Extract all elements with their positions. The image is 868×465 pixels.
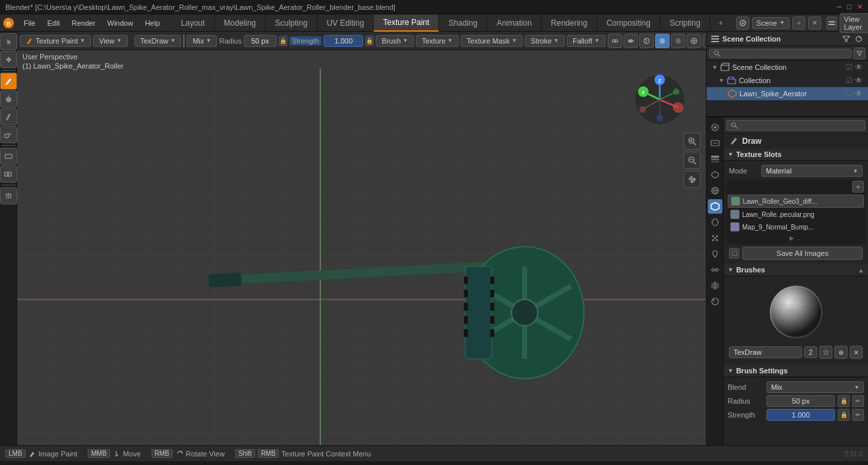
- scene-remove-btn[interactable]: ✕: [808, 16, 821, 30]
- strength-pen-btn[interactable]: ✏: [852, 409, 864, 421]
- mode-btn-1[interactable]: 🖱: [0, 33, 17, 50]
- mask-btn[interactable]: [0, 148, 17, 165]
- menu-edit[interactable]: Edit: [42, 18, 65, 28]
- radius-pen-btn[interactable]: ✏: [852, 395, 864, 407]
- outliner-filter-icon-btn[interactable]: [854, 47, 865, 59]
- outliner-filter-btn[interactable]: [841, 34, 852, 44]
- sample-btn[interactable]: [0, 108, 17, 125]
- scene-selector[interactable]: Scene ▼: [752, 17, 790, 29]
- viewport-shading-3[interactable]: [671, 34, 685, 48]
- viewport-icon-1[interactable]: [608, 34, 622, 48]
- fill-btn[interactable]: [0, 90, 17, 108]
- view-dropdown[interactable]: View ▼: [93, 35, 128, 47]
- props-render-icon[interactable]: [708, 120, 722, 135]
- strength-lock-btn[interactable]: 🔒: [365, 36, 374, 46]
- viewport-shading-1[interactable]: [639, 34, 654, 48]
- blend-dropdown[interactable]: Mix ▼: [767, 381, 864, 393]
- brushes-collapse-btn[interactable]: ▲: [858, 266, 864, 274]
- brush-settings-header[interactable]: ▼ Brush Settings: [724, 365, 868, 377]
- zoom-out-btn[interactable]: [683, 152, 701, 169]
- props-output-icon[interactable]: [708, 136, 722, 150]
- add-slot-btn[interactable]: ＋: [852, 181, 864, 193]
- viewport-icon-2[interactable]: [623, 34, 638, 48]
- render-icon[interactable]: [736, 16, 749, 30]
- navigation-gizmo[interactable]: Z Y: [633, 73, 686, 126]
- viewlayer-selector[interactable]: View Layer ▼: [840, 13, 868, 33]
- minimize-btn[interactable]: ─: [837, 3, 842, 11]
- tab-layout[interactable]: Layout: [172, 15, 215, 32]
- radius-input[interactable]: 50 px: [244, 35, 277, 47]
- pan-btn[interactable]: [683, 171, 701, 188]
- props-viewlayer-icon[interactable]: [708, 152, 722, 166]
- props-search-input[interactable]: [726, 120, 865, 131]
- close-btn[interactable]: ✕: [857, 3, 863, 11]
- brush-copy-btn[interactable]: ⊕: [834, 346, 848, 359]
- smear-btn[interactable]: [0, 126, 17, 143]
- blender-logo[interactable]: B: [3, 16, 14, 30]
- menu-help[interactable]: Help: [140, 18, 165, 28]
- tab-compositing[interactable]: Compositing: [597, 15, 660, 32]
- save-all-images-btn[interactable]: Save All Images: [742, 247, 863, 260]
- scene-add-btn[interactable]: ＋: [792, 16, 805, 30]
- texture-slot-1[interactable]: Lawn_Roller_Geo3_diff...: [728, 195, 864, 208]
- grab-btn[interactable]: [0, 187, 17, 204]
- outliner-search[interactable]: [709, 49, 852, 58]
- viewlayer-icon[interactable]: [826, 16, 837, 30]
- brush-name-field[interactable]: TexDraw: [729, 346, 802, 358]
- texture-slots-header[interactable]: ▼ Texture Slots: [724, 148, 868, 161]
- tab-texture-paint[interactable]: Texture Paint: [374, 15, 439, 32]
- props-particles-icon[interactable]: [708, 231, 722, 245]
- radius-lock-btn[interactable]: 🔒: [279, 36, 287, 46]
- save-all-check[interactable]: ☐: [729, 248, 739, 259]
- blend-mode-dropdown[interactable]: Mix ▼: [187, 35, 217, 47]
- 3d-viewport[interactable]: User Perspective (1) Lawn_Spike_Aerator_…: [17, 50, 706, 445]
- radius-settings-lock[interactable]: 🔒: [838, 395, 850, 407]
- clone-btn[interactable]: [0, 166, 17, 183]
- radius-drag-input[interactable]: 50 px: [767, 395, 835, 407]
- tab-sculpting[interactable]: Sculpting: [266, 15, 317, 32]
- strength-settings-lock[interactable]: 🔒: [838, 409, 850, 421]
- tab-rendering[interactable]: Rendering: [542, 15, 597, 32]
- strength-input[interactable]: 1.000: [324, 35, 363, 47]
- mode-btn-2[interactable]: ✥: [0, 51, 17, 68]
- texture-dropdown[interactable]: Texture ▼: [416, 35, 459, 47]
- props-material-icon[interactable]: [708, 294, 722, 309]
- tab-modeling[interactable]: Modeling: [215, 15, 266, 32]
- brush-favorite-btn[interactable]: ☆: [819, 346, 832, 359]
- outliner-sync-btn[interactable]: [854, 34, 864, 44]
- menu-window[interactable]: Window: [102, 18, 138, 28]
- menu-file[interactable]: File: [18, 18, 41, 28]
- add-workspace-btn[interactable]: ＋: [710, 15, 731, 32]
- tab-uv-editing[interactable]: UV Editing: [318, 15, 374, 32]
- tab-animation[interactable]: Animation: [487, 15, 541, 32]
- texture-mask-dropdown[interactable]: Texture Mask ▼: [461, 35, 523, 47]
- props-scene-icon[interactable]: [708, 168, 722, 182]
- viewport-shading-4[interactable]: [687, 34, 701, 48]
- props-modifiers-icon[interactable]: [708, 215, 722, 230]
- tab-shading[interactable]: Shading: [439, 15, 487, 32]
- props-world-icon[interactable]: [708, 183, 722, 198]
- viewport-shading-2[interactable]: [655, 34, 670, 48]
- menu-render[interactable]: Render: [67, 18, 101, 28]
- props-physics-icon[interactable]: [708, 247, 722, 261]
- brush-dropdown[interactable]: Brush ▼: [376, 35, 414, 47]
- maximize-btn[interactable]: □: [847, 3, 852, 11]
- strength-drag-input[interactable]: 1.000: [767, 409, 835, 421]
- paint-brush-btn[interactable]: [0, 73, 17, 90]
- outliner-scene-collection[interactable]: ▼ Scene Collection ☑ 👁: [707, 61, 868, 74]
- brush-delete-btn[interactable]: ✕: [850, 346, 863, 359]
- brushes-header[interactable]: ▼ Brushes ▲: [724, 264, 868, 276]
- brush-type-dropdown[interactable]: TexDraw ▼: [134, 35, 182, 47]
- stroke-dropdown[interactable]: Stroke ▼: [525, 35, 565, 47]
- props-object-icon[interactable]: [708, 199, 722, 214]
- props-constraints-icon[interactable]: [708, 263, 722, 277]
- tab-scripting[interactable]: Scripting: [660, 15, 710, 32]
- texture-slot-2[interactable]: Lawn_Rolle..pecular.png: [728, 208, 864, 220]
- props-data-icon[interactable]: [708, 278, 722, 293]
- mode-dropdown[interactable]: Material ▼: [761, 165, 863, 177]
- zoom-in-btn[interactable]: [683, 133, 701, 150]
- outliner-collection[interactable]: ▼ Collection ☑ 👁: [707, 74, 868, 87]
- falloff-dropdown[interactable]: Falloff ▼: [567, 35, 606, 47]
- texture-paint-mode-dropdown[interactable]: Texture Paint ▼: [20, 35, 91, 47]
- texture-slot-3[interactable]: Map_9_Normal_Bump...: [728, 221, 864, 233]
